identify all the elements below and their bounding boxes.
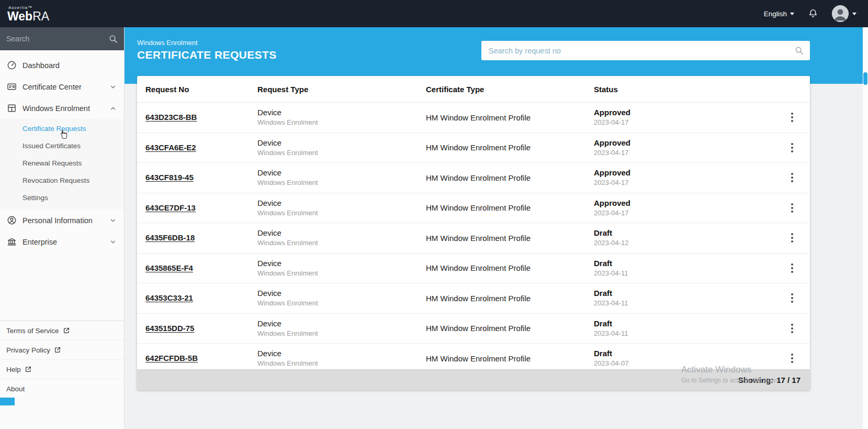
corner-accent [0, 398, 15, 405]
status-cell: Approved 2023-04-17 [594, 107, 774, 127]
app-logo[interactable]: Ascertia™ WebRA [7, 5, 49, 23]
chevron-down-icon [109, 238, 117, 246]
sidebar-item-personal-information[interactable]: Personal Information [0, 210, 124, 231]
help-link[interactable]: Help [0, 360, 124, 379]
sidebar-item-issued-certificates[interactable]: Issued Certificates [0, 137, 124, 155]
vertical-scrollbar-thumb[interactable] [863, 72, 867, 85]
request-type-cell: Device Windows Enrolment [257, 318, 426, 338]
search-icon[interactable] [795, 46, 804, 55]
footer-link-label: Privacy Policy [6, 346, 50, 354]
request-no-link[interactable]: 643515DD-75 [145, 324, 194, 333]
request-no-link[interactable]: 6435F6DB-18 [145, 233, 195, 242]
request-no-link[interactable]: 642FCFDB-5B [145, 354, 198, 362]
external-link-icon [63, 327, 70, 334]
footer-link-label: About [6, 385, 25, 393]
row-actions-kebab-icon[interactable] [788, 140, 796, 156]
request-no-link[interactable]: 64353C33-21 [145, 293, 193, 302]
certificate-type-cell: HM Window Enrolment Profile [426, 263, 594, 272]
request-type-cell: Device Windows Enrolment [257, 228, 426, 248]
sidebar-footer: Terms of Service Privacy Policy Help [0, 321, 124, 399]
row-actions-kebab-icon[interactable] [788, 290, 796, 306]
webra-app: Ascertia™ WebRA English [0, 0, 868, 429]
chevron-down-icon [109, 83, 117, 91]
request-no-link[interactable]: 6435865E-F4 [145, 263, 193, 272]
certificate-type-cell: HM Window Enrolment Profile [426, 173, 594, 182]
table-row: 643CE7DF-13 Device Windows Enrolment HM … [137, 193, 810, 224]
row-actions-kebab-icon[interactable] [788, 230, 796, 246]
request-search-input[interactable] [489, 47, 795, 55]
chevron-up-icon [109, 105, 117, 112]
external-link-icon [25, 366, 32, 373]
topbar: Ascertia™ WebRA English [0, 0, 868, 27]
certificate-type-cell: HM Window Enrolment Profile [426, 113, 594, 122]
table-row: 6435865E-F4 Device Windows Enrolment HM … [137, 254, 810, 284]
table-row: 643515DD-75 Device Windows Enrolment HM … [137, 314, 810, 344]
request-no-link[interactable]: 643CF819-45 [145, 173, 194, 182]
status-cell: Draft 2023-04-11 [594, 288, 774, 308]
request-no-link[interactable]: 643D23C8-BB [145, 113, 197, 122]
row-actions-kebab-icon[interactable] [788, 350, 796, 366]
row-actions-kebab-icon[interactable] [788, 260, 796, 276]
table-row: 643CF819-45 Device Windows Enrolment HM … [137, 163, 810, 193]
request-no-link[interactable]: 643CFA6E-E2 [145, 143, 196, 152]
breadcrumb: Windows Enrolment [137, 39, 277, 47]
sidebar-item-revocation-requests[interactable]: Revocation Requests [0, 172, 124, 189]
sidebar-item-label: Personal Information [22, 216, 104, 225]
footer-link-label: Terms of Service [6, 327, 59, 335]
table-header-row: Request No Request Type Certificate Type… [137, 76, 810, 103]
request-search [481, 41, 810, 60]
sub-item-label: Revocation Requests [22, 177, 89, 184]
page-title: CERTIFICATE REQUESTS [137, 49, 277, 61]
request-type-cell: Device Windows Enrolment [257, 348, 426, 368]
column-header-status: Status [594, 85, 774, 94]
id-card-icon [7, 82, 17, 92]
brand-webra: WebRA [7, 9, 49, 23]
notifications-bell-icon[interactable] [808, 8, 818, 19]
main-content: Windows Enrolment CERTIFICATE REQUESTS R… [125, 27, 868, 429]
row-actions-kebab-icon[interactable] [788, 200, 796, 216]
status-cell: Draft 2023-04-11 [594, 258, 774, 278]
row-actions-kebab-icon[interactable] [788, 170, 796, 185]
table-row: 6435F6DB-18 Device Windows Enrolment HM … [137, 223, 810, 254]
sidebar-search-input[interactable] [6, 35, 109, 43]
sidebar-item-certificate-center[interactable]: Certificate Center [0, 76, 124, 97]
sidebar-item-renewal-requests[interactable]: Renewal Requests [0, 155, 124, 172]
avatar [832, 5, 849, 22]
language-label: English [764, 10, 787, 18]
about-link[interactable]: About [0, 379, 124, 399]
certificate-type-cell: HM Window Enrolment Profile [426, 203, 594, 212]
windows-enrolment-submenu: Certificate Requests Issued Certificates… [0, 119, 124, 210]
sidebar-item-certificate-requests[interactable]: Certificate Requests [0, 120, 124, 137]
page-header-band: Windows Enrolment CERTIFICATE REQUESTS [125, 27, 868, 84]
request-type-cell: Device Windows Enrolment [257, 168, 426, 188]
row-actions-kebab-icon[interactable] [788, 109, 796, 125]
footer-link-label: Help [6, 366, 21, 373]
status-cell: Draft 2023-04-12 [594, 228, 774, 248]
window-grid-icon [7, 103, 17, 113]
request-no-link[interactable]: 643CE7DF-13 [145, 203, 196, 212]
privacy-policy-link[interactable]: Privacy Policy [0, 340, 124, 360]
dashboard-icon [7, 60, 17, 70]
language-selector[interactable]: English [764, 10, 794, 18]
sidebar-search [0, 27, 124, 50]
row-actions-kebab-icon[interactable] [788, 321, 796, 336]
sidebar-item-dashboard[interactable]: Dashboard [0, 54, 124, 76]
request-type-cell: Device Windows Enrolment [257, 138, 426, 158]
column-header-request-type: Request Type [257, 85, 426, 94]
sidebar-nav: Dashboard Certificate Center [0, 50, 124, 252]
status-cell: Draft 2023-04-11 [594, 318, 774, 338]
external-link-icon [54, 346, 61, 354]
person-icon [7, 215, 17, 225]
certificate-type-cell: HM Window Enrolment Profile [426, 354, 594, 363]
sidebar-item-windows-enrolment[interactable]: Windows Enrolment [0, 97, 124, 119]
showing-count: Showing:17 / 17 [738, 376, 801, 384]
chevron-down-icon [852, 13, 856, 15]
sidebar-item-enterprise[interactable]: Enterprise [0, 231, 124, 252]
sidebar-item-settings[interactable]: Settings [0, 189, 124, 206]
user-menu[interactable] [832, 5, 856, 22]
sidebar-item-label: Enterprise [22, 238, 104, 246]
terms-of-service-link[interactable]: Terms of Service [0, 321, 124, 340]
bank-icon [7, 237, 17, 247]
requests-table-card: Request No Request Type Certificate Type… [137, 76, 810, 390]
certificate-type-cell: HM Window Enrolment Profile [426, 143, 594, 152]
